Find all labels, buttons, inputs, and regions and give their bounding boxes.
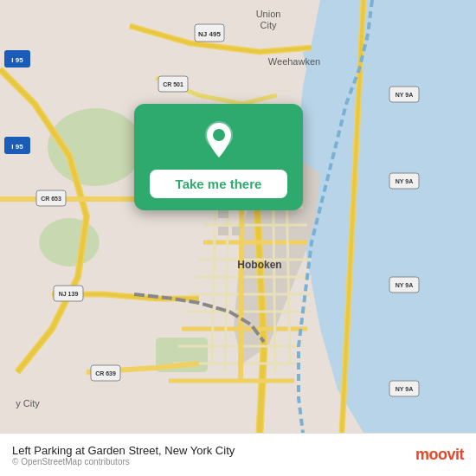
svg-text:I 95: I 95 xyxy=(11,56,23,64)
svg-rect-38 xyxy=(218,227,228,235)
svg-text:Union: Union xyxy=(256,9,281,19)
svg-text:CR 653: CR 653 xyxy=(41,196,61,202)
svg-text:Weehawken: Weehawken xyxy=(268,56,320,67)
svg-point-41 xyxy=(213,129,225,141)
svg-rect-33 xyxy=(218,209,228,218)
svg-text:NY 9A: NY 9A xyxy=(396,92,414,98)
address-label: Left Parking at Garden Street, New York … xyxy=(12,444,235,457)
popup-card: Take me there xyxy=(134,104,303,210)
attribution-label: © OpenStreetMap contributors xyxy=(12,457,235,466)
svg-rect-39 xyxy=(232,227,241,235)
map-svg: I 95 I 95 NJ 495 CR 501 CR 653 NJ 139 CR… xyxy=(0,0,476,433)
svg-text:NY 9A: NY 9A xyxy=(396,386,414,392)
svg-text:y City: y City xyxy=(16,398,40,408)
bottom-info: Left Parking at Garden Street, New York … xyxy=(12,444,235,466)
bottom-bar: Left Parking at Garden Street, New York … xyxy=(0,433,476,476)
svg-text:Hoboken: Hoboken xyxy=(237,259,281,271)
svg-text:I 95: I 95 xyxy=(11,143,23,151)
svg-point-2 xyxy=(39,218,100,267)
svg-text:CR 639: CR 639 xyxy=(95,370,116,376)
svg-text:NY 9A: NY 9A xyxy=(396,178,414,184)
svg-text:NY 9A: NY 9A xyxy=(396,282,414,288)
take-me-there-button[interactable]: Take me there xyxy=(150,170,287,198)
location-pin-icon xyxy=(198,119,240,161)
map-container: I 95 I 95 NJ 495 CR 501 CR 653 NJ 139 CR… xyxy=(0,0,476,433)
svg-text:NJ 139: NJ 139 xyxy=(59,291,79,297)
svg-text:City: City xyxy=(261,20,277,30)
svg-text:CR 501: CR 501 xyxy=(163,81,183,87)
moovit-logo: moovit xyxy=(415,446,464,464)
moovit-text: moovit xyxy=(415,446,464,464)
svg-text:NJ 495: NJ 495 xyxy=(198,30,221,38)
